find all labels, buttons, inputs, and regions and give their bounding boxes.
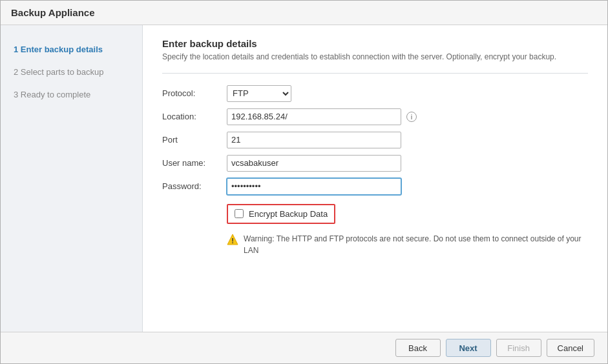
encrypt-checkbox-wrapper: Encrypt Backup Data <box>227 204 335 224</box>
title-bar: Backup Appliance <box>1 1 607 25</box>
location-label: Location: <box>162 112 227 121</box>
location-input[interactable] <box>227 108 401 125</box>
encrypt-label: Encrypt Backup Data <box>249 209 328 219</box>
footer: Back Next Finish Cancel <box>1 332 607 363</box>
password-row: Password: <box>162 178 588 195</box>
sidebar-item-step1[interactable]: 1 Enter backup details <box>1 38 142 61</box>
main-panel: Enter backup details Specify the locatio… <box>143 25 607 332</box>
location-info-icon[interactable]: i <box>406 112 417 122</box>
back-button[interactable]: Back <box>395 339 441 357</box>
finish-button[interactable]: Finish <box>496 339 541 357</box>
username-label: User name: <box>162 158 227 168</box>
password-input[interactable] <box>227 178 401 195</box>
username-row: User name: <box>162 155 588 172</box>
username-control <box>227 155 401 172</box>
protocol-row: Protocol: FTP FTPS HTTP HTTPS SCP SFTP <box>162 85 588 102</box>
window-title: Backup Appliance <box>11 7 94 18</box>
content-area: 1 Enter backup details 2 Select parts to… <box>1 25 607 332</box>
divider <box>162 73 588 74</box>
port-input[interactable] <box>227 132 401 148</box>
warning-icon: ! <box>227 234 238 245</box>
step-title: Enter backup details <box>162 38 588 49</box>
location-row: Location: i <box>162 108 588 125</box>
port-row: Port <box>162 132 588 148</box>
location-control: i <box>227 108 417 125</box>
port-label: Port <box>162 135 227 145</box>
protocol-select[interactable]: FTP FTPS HTTP HTTPS SCP SFTP <box>227 85 291 102</box>
protocol-control: FTP FTPS HTTP HTTPS SCP SFTP <box>227 85 291 102</box>
sidebar-item-step2[interactable]: 2 Select parts to backup <box>1 61 142 83</box>
cancel-button[interactable]: Cancel <box>547 339 594 357</box>
port-control <box>227 132 401 148</box>
step-subtitle: Specify the location details and credent… <box>162 52 588 63</box>
warning-text: Warning: The HTTP and FTP protocols are … <box>244 233 588 256</box>
warning-row: ! Warning: The HTTP and FTP protocols ar… <box>227 233 588 256</box>
encrypt-row: Encrypt Backup Data <box>227 204 588 224</box>
password-control <box>227 178 401 195</box>
svg-text:!: ! <box>231 237 234 245</box>
encrypt-checkbox[interactable] <box>235 209 244 218</box>
password-label: Password: <box>162 181 227 191</box>
sidebar: 1 Enter backup details 2 Select parts to… <box>1 25 143 332</box>
app-window: Backup Appliance 1 Enter backup details … <box>0 0 608 364</box>
sidebar-item-step3[interactable]: 3 Ready to complete <box>1 83 142 106</box>
protocol-label: Protocol: <box>162 88 227 98</box>
username-input[interactable] <box>227 155 401 172</box>
next-button[interactable]: Next <box>446 339 491 357</box>
